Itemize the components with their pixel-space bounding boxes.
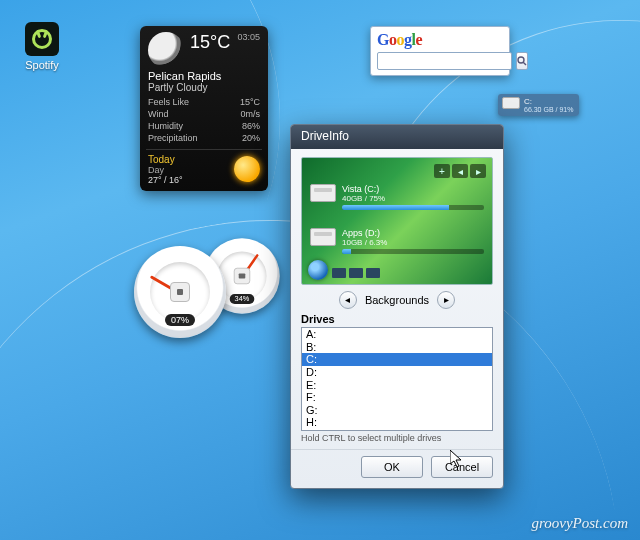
drive-option[interactable]: H: xyxy=(302,416,492,429)
google-search-gadget[interactable]: Google xyxy=(370,26,510,76)
weather-time: 03:05 xyxy=(237,32,260,42)
drive-option[interactable]: D: xyxy=(302,366,492,379)
start-orb-icon xyxy=(308,260,328,280)
tray-icons xyxy=(332,268,380,278)
weather-row-label: Humidity xyxy=(148,120,183,132)
drive-option[interactable]: C: xyxy=(302,353,492,366)
drive-option[interactable]: G: xyxy=(302,404,492,417)
svg-rect-0 xyxy=(239,274,246,279)
weather-row-label: Feels Like xyxy=(148,96,189,108)
weather-row-value: 0m/s xyxy=(240,108,260,120)
google-search-input[interactable] xyxy=(377,52,512,70)
weather-row-value: 86% xyxy=(242,120,260,132)
background-label: Backgrounds xyxy=(365,294,429,306)
drives-listbox[interactable]: A:B:C:D:E:F:G:H:I:J: xyxy=(301,327,493,431)
drive-icon xyxy=(310,228,336,246)
cancel-button[interactable]: Cancel xyxy=(431,456,493,478)
drives-hint: Hold CTRL to select multiple drives xyxy=(301,433,493,443)
preview-drive-name: Apps (D:) xyxy=(342,228,484,238)
svg-point-2 xyxy=(518,57,524,63)
desktop-icon-spotify[interactable]: Spotify xyxy=(14,22,70,71)
preview-drive-detail: 40GB / 75% xyxy=(342,194,484,203)
sun-icon xyxy=(234,156,260,182)
weather-temperature: 15°C xyxy=(190,32,230,53)
desktop-icon-label: Spotify xyxy=(14,59,70,71)
preview-pane: + ◂ ▸ Vista (C:) 40GB / 75% Apps (D:) 10… xyxy=(301,157,493,285)
drive-option[interactable]: I: xyxy=(302,429,492,431)
google-logo: Google xyxy=(377,31,503,49)
drive-option[interactable]: B: xyxy=(302,341,492,354)
preview-prev-button[interactable]: ◂ xyxy=(452,164,468,178)
watermark: groovyPost.com xyxy=(531,515,628,532)
weather-gadget[interactable]: 03:05 15°C Pelican Rapids Partly Cloudy … xyxy=(140,26,268,191)
cpu-icon xyxy=(170,282,190,302)
drive-mini-name: C: xyxy=(524,97,573,106)
weather-row-label: Precipitation xyxy=(148,132,198,144)
moon-icon xyxy=(148,32,184,68)
svg-line-3 xyxy=(523,62,526,65)
driveinfo-dialog: DriveInfo + ◂ ▸ Vista (C:) 40GB / 75% Ap… xyxy=(290,124,504,489)
weather-row-value: 15°C xyxy=(240,96,260,108)
weather-today-hilo: 27° / 16° xyxy=(148,175,183,185)
drive-mini-detail: 66.30 GB / 91% xyxy=(524,106,573,113)
search-icon xyxy=(517,56,527,66)
weather-row-label: Wind xyxy=(148,108,169,120)
ram-icon xyxy=(234,268,250,284)
drive-option[interactable]: F: xyxy=(302,391,492,404)
weather-condition: Partly Cloudy xyxy=(148,82,260,93)
cpu-value: 07% xyxy=(165,314,195,326)
preview-drive-detail: 10GB / 6.3% xyxy=(342,238,484,247)
ok-button[interactable]: OK xyxy=(361,456,423,478)
spotify-icon xyxy=(25,22,59,56)
cpu-gauge: 07% xyxy=(134,246,226,338)
weather-row-value: 20% xyxy=(242,132,260,144)
drive-icon xyxy=(502,97,520,109)
preview-next-button[interactable]: ▸ xyxy=(470,164,486,178)
drive-option[interactable]: A: xyxy=(302,328,492,341)
preview-add-button[interactable]: + xyxy=(434,164,450,178)
weather-today-sub: Day xyxy=(148,165,183,175)
ram-value: 34% xyxy=(230,294,255,304)
google-search-button[interactable] xyxy=(516,52,528,70)
weather-today-label: Today xyxy=(148,154,183,165)
svg-rect-1 xyxy=(177,289,183,295)
drive-info-gadget[interactable]: C: 66.30 GB / 91% xyxy=(498,94,579,116)
cpu-meter-gadget[interactable]: 34% 07% xyxy=(132,230,288,340)
preview-drive-name: Vista (C:) xyxy=(342,184,484,194)
background-prev-button[interactable]: ◂ xyxy=(339,291,357,309)
dialog-title[interactable]: DriveInfo xyxy=(291,125,503,149)
weather-location: Pelican Rapids xyxy=(148,70,260,82)
background-next-button[interactable]: ▸ xyxy=(437,291,455,309)
drives-label: Drives xyxy=(301,313,493,325)
drive-icon xyxy=(310,184,336,202)
drive-option[interactable]: E: xyxy=(302,379,492,392)
